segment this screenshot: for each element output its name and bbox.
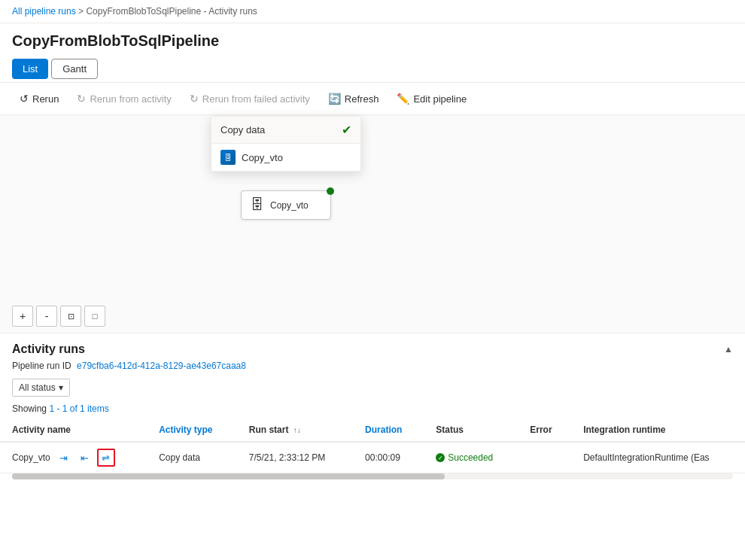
col-activity-name: Activity name xyxy=(0,418,147,442)
bottom-panel: Activity runs ▲ Pipeline run ID e79cfba6… xyxy=(0,333,745,479)
cell-activity-name: Copy_vto ⇥ ⇤ ⇌ xyxy=(0,442,147,473)
activity-runs-header: Activity runs ▲ xyxy=(0,333,745,359)
edit-pipeline-button[interactable]: ✏️ Edit pipeline xyxy=(389,89,474,108)
fit-button[interactable]: ⊡ xyxy=(60,306,81,327)
table-header-row: Activity name Activity type Run start ↑↓… xyxy=(0,418,745,442)
col-error: Error xyxy=(518,418,571,442)
showing-text-container: Showing 1 - 1 of 1 items xyxy=(0,401,745,418)
page-title: CopyFromBlobToSqlPipeline xyxy=(0,23,745,56)
tab-gantt[interactable]: Gantt xyxy=(51,59,98,79)
cell-error xyxy=(518,442,571,473)
dropdown-header: Copy data ✔ xyxy=(211,117,360,144)
zoom-out-button[interactable]: - xyxy=(36,306,57,327)
canvas-toolbar: + - ⊡ □ xyxy=(12,306,105,327)
col-activity-type: Activity type xyxy=(147,418,237,442)
pipeline-run-id: e79cfba6-412d-412a-8129-ae43e67caaa8 xyxy=(77,361,246,371)
check-icon: ✔ xyxy=(342,123,351,137)
col-status: Status xyxy=(424,418,518,442)
breadcrumb-link[interactable]: All pipeline runs xyxy=(12,6,76,17)
row-action-input-icon[interactable]: ⇥ xyxy=(55,449,73,467)
cell-integration-runtime: DefaultIntegrationRuntime (Eas xyxy=(571,442,745,473)
zoom-in-button[interactable]: + xyxy=(12,306,33,327)
activity-success-dot xyxy=(327,187,334,195)
breadcrumb: All pipeline runs > CopyFromBlobToSqlPip… xyxy=(0,0,745,23)
toolbar: ↺ Rerun ↻ Rerun from activity ↻ Rerun fr… xyxy=(0,83,745,115)
rerun-button[interactable]: ↺ Rerun xyxy=(12,89,66,108)
col-integration-runtime: Integration runtime xyxy=(571,418,745,442)
reset-icon: □ xyxy=(93,312,98,321)
rerun-from-failed-icon: ↻ xyxy=(190,93,199,105)
filter-bar: All status ▾ xyxy=(0,376,745,401)
status-filter-dropdown[interactable]: All status ▾ xyxy=(12,379,70,397)
cell-run-start: 7/5/21, 2:33:12 PM xyxy=(237,442,353,473)
rerun-from-failed-button[interactable]: ↻ Rerun from failed activity xyxy=(182,89,318,108)
row-name-label: Copy_vto xyxy=(12,452,50,463)
row-actions: ⇥ ⇤ ⇌ xyxy=(55,449,115,467)
activity-node-label: Copy_vto xyxy=(270,200,309,211)
cell-status: Succeeded xyxy=(424,442,518,473)
chevron-down-icon: ▾ xyxy=(59,382,63,393)
collapse-button[interactable]: ▲ xyxy=(724,344,733,355)
cell-activity-type: Copy data xyxy=(147,442,237,473)
tab-list[interactable]: List xyxy=(12,59,48,79)
fit-icon: ⊡ xyxy=(68,312,74,321)
col-run-start: Run start ↑↓ xyxy=(237,418,353,442)
pipeline-run-info: Pipeline run ID e79cfba6-412d-412a-8129-… xyxy=(0,359,745,376)
activity-runs-table: Activity name Activity type Run start ↑↓… xyxy=(0,418,745,473)
rerun-from-activity-button[interactable]: ↻ Rerun from activity xyxy=(69,89,178,108)
pipeline-run-label: Pipeline run ID xyxy=(12,361,71,371)
showing-count: Showing 1 - 1 of 1 items xyxy=(12,403,109,414)
edit-icon: ✏️ xyxy=(397,93,409,105)
dropdown-item[interactable]: 🗄 Copy_vto xyxy=(211,144,360,171)
breadcrumb-current: CopyFromBlobToSqlPipeline - Activity run… xyxy=(86,6,257,17)
activity-runs-title: Activity runs xyxy=(12,342,85,356)
refresh-button[interactable]: 🔄 Refresh xyxy=(321,89,387,108)
reset-button[interactable]: □ xyxy=(84,306,105,327)
table-row: Copy_vto ⇥ ⇤ ⇌ Copy data 7/5/21, 2:33:12… xyxy=(0,442,745,473)
row-action-details-icon[interactable]: ⇌ xyxy=(97,449,115,467)
sort-icon: ↑↓ xyxy=(293,426,301,434)
horizontal-scrollbar[interactable] xyxy=(12,473,733,479)
tab-bar: List Gantt xyxy=(0,56,745,83)
rerun-from-activity-icon: ↻ xyxy=(77,93,86,105)
canvas-area: 🗄 Copy_vto + - ⊡ □ xyxy=(0,115,745,333)
status-succeeded: Succeeded xyxy=(436,452,506,463)
scrollbar-thumb[interactable] xyxy=(12,473,445,479)
rerun-icon: ↺ xyxy=(20,93,29,105)
status-dot xyxy=(436,453,445,462)
db-icon: 🗄 xyxy=(220,150,236,165)
col-duration: Duration xyxy=(353,418,424,442)
row-action-output-icon[interactable]: ⇤ xyxy=(76,449,94,467)
refresh-icon: 🔄 xyxy=(328,93,341,105)
cell-duration: 00:00:09 xyxy=(353,442,424,473)
activity-dropdown: Copy data ✔ 🗄 Copy_vto xyxy=(211,116,361,172)
breadcrumb-separator: > xyxy=(78,6,84,17)
activity-db-icon: 🗄 xyxy=(251,197,264,213)
activity-node[interactable]: 🗄 Copy_vto xyxy=(241,190,331,220)
